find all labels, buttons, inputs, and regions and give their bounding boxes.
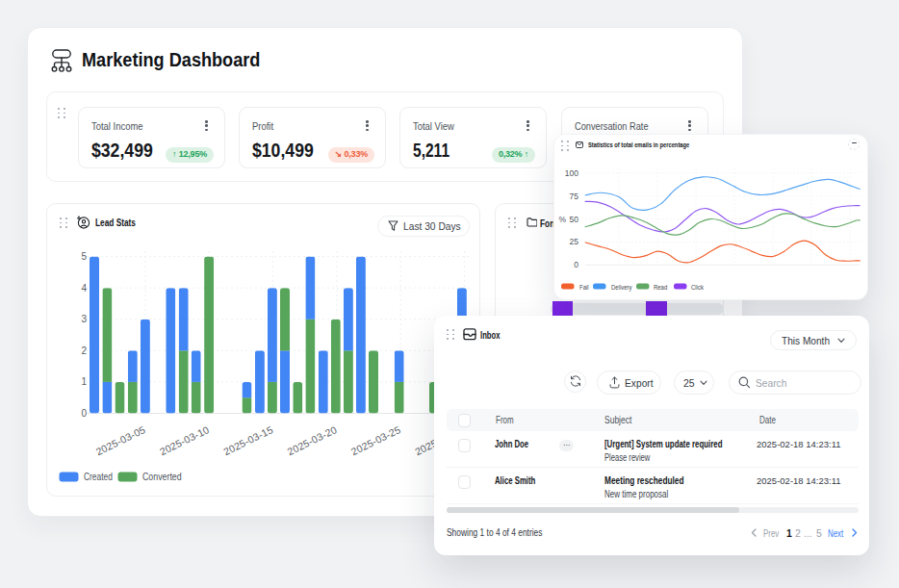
svg-text:0: 0	[574, 260, 578, 269]
svg-text:Click: Click	[691, 284, 705, 292]
svg-text:5: 5	[81, 251, 87, 262]
svg-text:Read: Read	[654, 284, 668, 292]
svg-text:25: 25	[570, 237, 579, 246]
svg-text:Delivery: Delivery	[611, 284, 632, 293]
svg-text:2025-03-20: 2025-03-20	[285, 423, 338, 457]
svg-text:1: 1	[81, 376, 87, 387]
svg-text:2025-03-25: 2025-03-25	[349, 423, 402, 457]
svg-text:75: 75	[570, 192, 579, 201]
svg-text:100: 100	[565, 168, 578, 178]
svg-text:%: %	[558, 215, 566, 224]
svg-text:Fail: Fail	[579, 284, 589, 292]
svg-text:Created: Created	[84, 471, 113, 482]
svg-text:2025-03-15: 2025-03-15	[221, 423, 274, 457]
svg-text:0: 0	[81, 408, 87, 419]
svg-text:4: 4	[81, 283, 87, 294]
svg-text:2025-03-10: 2025-03-10	[158, 423, 211, 457]
svg-text:3: 3	[81, 314, 87, 324]
svg-text:2: 2	[81, 345, 87, 356]
svg-text:50: 50	[570, 215, 579, 224]
svg-text:2025-03-05: 2025-03-05	[94, 423, 147, 457]
svg-text:Converted: Converted	[142, 471, 182, 482]
